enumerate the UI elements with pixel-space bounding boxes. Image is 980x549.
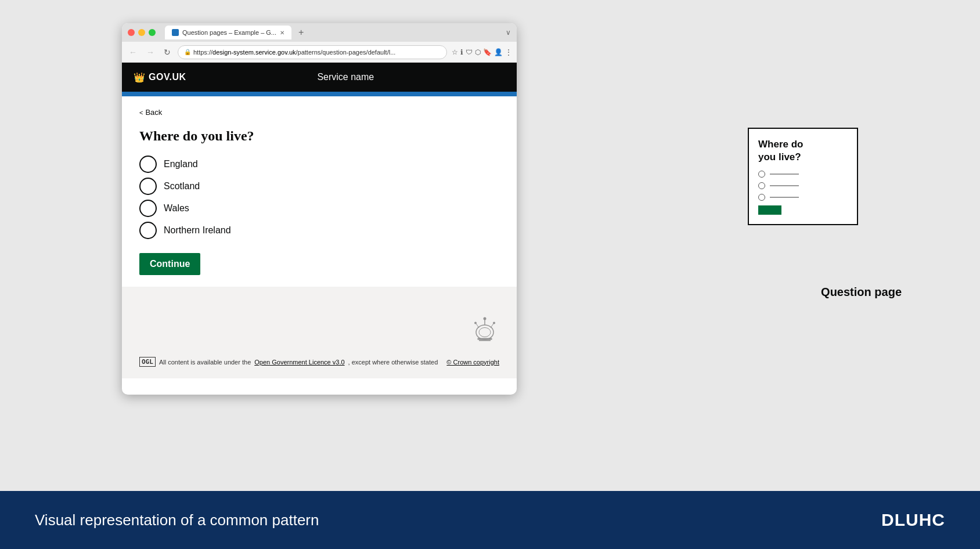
traffic-light-green[interactable]	[149, 29, 156, 36]
browser-tab[interactable]: Question pages – Example – G... ✕	[165, 26, 291, 39]
address-bar-icons: ☆ ℹ 🛡 ⬡ 🔖 👤 ⋮	[452, 48, 512, 56]
traffic-light-yellow[interactable]	[138, 29, 145, 36]
tab-title: Question pages – Example – G...	[182, 29, 276, 36]
govuk-header-blue-bar	[122, 92, 517, 96]
info-icon[interactable]: ℹ	[460, 48, 463, 56]
svg-line-6	[491, 324, 493, 328]
preview-radio-item-2	[758, 182, 848, 189]
radio-wales[interactable]: Wales	[139, 200, 499, 217]
url-bar[interactable]: 🔒 https://design-system.service.gov.uk/p…	[178, 45, 447, 59]
crown-icon: 👑	[134, 72, 145, 83]
bottom-bar-logo: DLUHC	[881, 510, 945, 530]
reload-button[interactable]: ↻	[161, 46, 173, 58]
star-icon[interactable]: ☆	[452, 48, 458, 56]
tab-chevron-icon[interactable]: ∨	[506, 28, 511, 37]
preview-radio-line-2	[770, 185, 799, 186]
lock-icon: 🔒	[184, 49, 191, 55]
preview-card: Where do you live?	[748, 128, 858, 225]
profile-icon[interactable]: 👤	[494, 48, 503, 56]
back-link-text: Back	[145, 108, 162, 117]
radio-circle-northern-ireland[interactable]	[139, 222, 157, 239]
continue-button[interactable]: Continue	[139, 253, 200, 275]
radio-label-northern-ireland: Northern Ireland	[164, 225, 231, 236]
traffic-light-red[interactable]	[128, 29, 135, 36]
footer-text: OGL All content is available under the O…	[139, 357, 499, 367]
govuk-logo[interactable]: 👑 GOV.UK	[134, 72, 186, 83]
preview-radio-2	[758, 182, 765, 189]
preview-continue-button	[758, 205, 781, 215]
bottom-bar: Visual representation of a common patter…	[0, 491, 980, 549]
govuk-footer: OGL All content is available under the O…	[122, 287, 517, 378]
footer-license-text: All content is available under the	[159, 359, 251, 366]
svg-point-3	[484, 317, 487, 320]
preview-radio-item-3	[758, 194, 848, 201]
bookmark-icon[interactable]: 🔖	[483, 48, 492, 56]
svg-line-4	[476, 324, 479, 328]
radio-scotland[interactable]: Scotland	[139, 178, 499, 195]
tab-close-icon[interactable]: ✕	[280, 30, 284, 36]
preview-radio-1	[758, 171, 765, 178]
question-heading: Where do you live?	[139, 128, 499, 144]
service-name: Service name	[317, 72, 374, 82]
forward-nav-button[interactable]: →	[144, 46, 157, 58]
back-link[interactable]: < Back	[139, 108, 499, 117]
url-text: https://design-system.service.gov.uk/pat…	[193, 49, 441, 56]
radio-label-wales: Wales	[164, 203, 189, 214]
tab-add-icon[interactable]: +	[298, 27, 304, 38]
preview-radio-item-1	[758, 171, 848, 178]
address-bar: ← → ↻ 🔒 https://design-system.service.go…	[122, 42, 517, 63]
shield-icon: 🛡	[466, 48, 473, 56]
page-content: < Back Where do you live? England Scotla…	[122, 96, 517, 287]
footer-license-suffix: , except where otherwise stated	[348, 359, 438, 366]
radio-northern-ireland[interactable]: Northern Ireland	[139, 222, 499, 239]
tab-favicon-icon	[172, 29, 179, 36]
radio-circle-wales[interactable]	[139, 200, 157, 217]
svg-point-5	[474, 322, 477, 324]
svg-rect-9	[479, 340, 491, 341]
crown-copyright-link[interactable]: © Crown copyright	[446, 359, 499, 366]
radio-label-england: England	[164, 159, 198, 169]
radio-circle-england[interactable]	[139, 156, 157, 173]
back-arrow-icon: <	[139, 109, 143, 116]
govuk-header: 👑 GOV.UK Service name	[122, 63, 517, 92]
preview-radio-line-3	[770, 197, 799, 198]
menu-icon[interactable]: ⋮	[505, 48, 512, 56]
browser-tab-bar: Question pages – Example – G... ✕ + ∨	[122, 23, 517, 42]
radio-england[interactable]: England	[139, 156, 499, 173]
preview-card-title: Where do you live?	[758, 138, 848, 164]
footer-license-link[interactable]: Open Government Licence v3.0	[254, 359, 344, 366]
preview-radio-line-1	[770, 174, 799, 175]
back-nav-button[interactable]: ←	[127, 46, 139, 58]
radio-label-scotland: Scotland	[164, 181, 200, 192]
radio-circle-scotland[interactable]	[139, 178, 157, 195]
bottom-bar-text: Visual representation of a common patter…	[35, 511, 319, 529]
browser-window: Question pages – Example – G... ✕ + ∨ ← …	[122, 23, 517, 395]
ogl-badge: OGL	[139, 357, 156, 367]
svg-point-7	[493, 322, 495, 324]
svg-rect-8	[478, 338, 492, 340]
footer-crest	[470, 316, 499, 348]
preview-radio-3	[758, 194, 765, 201]
govuk-logo-text: GOV.UK	[149, 72, 186, 82]
radio-group: England Scotland Wales Northern Ireland	[139, 156, 499, 239]
preview-label: Question page	[821, 286, 902, 299]
svg-point-1	[479, 328, 491, 337]
extension-icon[interactable]: ⬡	[475, 48, 481, 56]
